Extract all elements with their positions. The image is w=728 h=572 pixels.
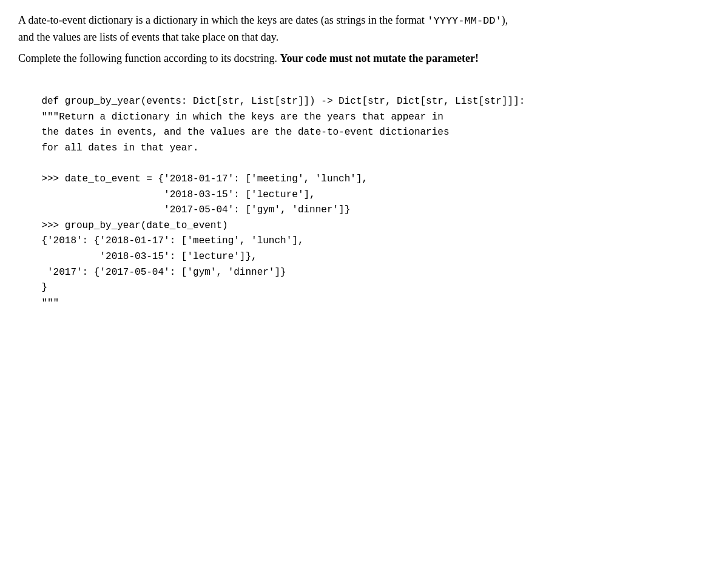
format-code: 'YYYY-MM-DD'	[427, 15, 501, 27]
blank-line	[18, 158, 24, 169]
doctest-line2: '2018-03-15': ['lecture'],	[18, 189, 315, 200]
function-signature: def group_by_year(events: Dict[str, List…	[41, 96, 525, 107]
bold-instruction: Your code must not mutate the parameter!	[280, 52, 479, 64]
instruction-line: Complete the following function accordin…	[18, 50, 710, 67]
doctest-line6: '2018-03-15': ['lecture']},	[18, 251, 257, 262]
description-block: A date-to-event dictionary is a dictiona…	[18, 12, 710, 67]
doctest-line1: >>> date_to_event = {'2018-01-17': ['mee…	[18, 173, 368, 184]
code-block: def group_by_year(events: Dict[str, List…	[18, 79, 710, 328]
doctest-line7: '2017': {'2017-05-04': ['gym', 'dinner']…	[18, 267, 286, 278]
docstring-line3: for all dates in that year.	[18, 143, 199, 153]
doctest-line3: '2017-05-04': ['gym', 'dinner']}	[18, 204, 350, 215]
description-line1: A date-to-event dictionary is a dictiona…	[18, 12, 710, 45]
docstring-line2: the dates in events, and the values are …	[18, 127, 450, 138]
docstring-open: """Return a dictionary in which the keys…	[18, 112, 443, 123]
doctest-line4: >>> group_by_year(date_to_event)	[18, 220, 228, 231]
doctest-line8: }	[18, 282, 47, 293]
page-content: A date-to-event dictionary is a dictiona…	[18, 12, 710, 327]
doctest-line5: {'2018': {'2018-01-17': ['meeting', 'lun…	[18, 235, 303, 246]
docstring-close: """	[18, 298, 59, 309]
